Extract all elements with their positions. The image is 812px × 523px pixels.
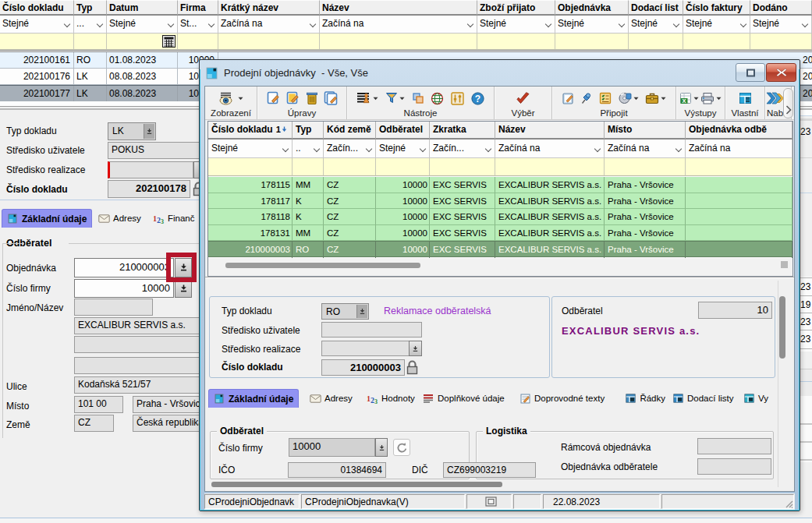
bg-filter-select[interactable]: Stejné — [629, 16, 683, 34]
bg-filter-input[interactable] — [0, 34, 74, 50]
detail-tab[interactable]: Doprovodné texty — [515, 389, 619, 408]
detail-tab[interactable]: Vy — [739, 389, 775, 408]
grid-settings-icon[interactable] — [356, 92, 378, 105]
detail-real-center-field[interactable] — [321, 341, 422, 356]
bg-filter-input[interactable] — [555, 34, 629, 50]
select-check-icon[interactable] — [516, 92, 530, 105]
combo-button[interactable] — [356, 305, 367, 318]
grid-filter-select[interactable]: Začíná na — [605, 140, 686, 158]
combo-button[interactable] — [144, 124, 154, 139]
grid-column-header[interactable]: Kód země — [324, 122, 376, 140]
bg-tab[interactable]: Adresy — [94, 209, 146, 228]
bg-column-header[interactable]: Číslo faktury — [683, 0, 750, 16]
bg-column-header[interactable]: Název — [320, 0, 477, 16]
bg-filter-input[interactable] — [629, 34, 683, 50]
filter-icon[interactable] — [385, 92, 405, 104]
detail-customer-field[interactable]: 10 — [698, 302, 772, 319]
bg-filter-input[interactable] — [74, 34, 107, 50]
grid-filter-input[interactable] — [605, 158, 686, 176]
bg-filter-input[interactable] — [477, 34, 555, 50]
detail-tab[interactable]: Doplňkové údaje — [418, 389, 512, 408]
grid-hscrollbar[interactable] — [208, 258, 792, 276]
refresh-button[interactable] — [393, 439, 410, 456]
bg-column-header[interactable]: Objednávka — [555, 0, 629, 16]
grid-column-header[interactable]: Číslo dokladu1 — [208, 122, 293, 140]
close-button[interactable] — [766, 63, 796, 82]
grid-row[interactable]: 178115 MM CZ 10000 EXC SERVIS EXCALIBUR … — [208, 177, 792, 193]
bg-filter-input[interactable] — [218, 34, 320, 50]
detail-company-number-field[interactable]: 10000 — [289, 438, 375, 457]
dialog-titlebar[interactable]: Prodejní objednávky - Vše, Vše — [200, 60, 800, 86]
grid-column-header[interactable]: Typ — [293, 122, 324, 140]
bg-filter-select[interactable]: Začíná na — [218, 16, 320, 34]
detail-tab[interactable]: Dodací listy — [668, 389, 736, 408]
grid-row[interactable]: 178118 K CZ 10000 EXC SERVIS EXCALIBUR S… — [208, 209, 792, 225]
grid-filter-select[interactable]: Stejné — [208, 140, 293, 158]
detail-vscrollbar-thumb[interactable] — [779, 296, 785, 359]
grid-filter-input[interactable] — [430, 158, 495, 176]
detail-tab[interactable]: 123Hodnoty — [362, 389, 415, 408]
detail-tab[interactable]: Adresy — [305, 389, 360, 408]
bg-filter-select[interactable]: Stejné — [107, 16, 178, 34]
help-icon[interactable]: ? — [471, 92, 484, 105]
doc-type-combo[interactable]: LK — [108, 122, 156, 140]
user-center-field[interactable]: POKUS — [108, 142, 202, 159]
bg-filter-select[interactable]: Stejné — [477, 16, 555, 34]
bg-filter-input[interactable] — [178, 34, 218, 50]
bg-column-header[interactable]: Datum — [107, 0, 178, 16]
bg-filter-select[interactable]: Stejné — [683, 16, 750, 34]
grid-filter-select[interactable]: Začíná na — [495, 140, 605, 158]
company-number-input[interactable]: 10000 — [74, 279, 174, 298]
bg-filter-select[interactable]: Stejné — [750, 16, 812, 34]
web-globe-icon[interactable] — [431, 92, 444, 105]
bg-tab[interactable]: Základní údaje — [2, 209, 92, 228]
new-record-icon[interactable] — [266, 91, 280, 105]
bg-column-header[interactable]: Číslo dokladu — [0, 0, 74, 16]
bg-column-header[interactable]: Zboží přijato — [477, 0, 555, 16]
grid-column-header[interactable]: Název — [495, 122, 605, 140]
detail-vscrollbar[interactable] — [778, 281, 785, 487]
pick-button[interactable] — [375, 438, 388, 457]
tasks-icon[interactable] — [599, 92, 612, 104]
bg-filter-input[interactable] — [683, 34, 750, 50]
panel-settings-icon[interactable] — [451, 92, 464, 105]
bg-filter-input[interactable] — [107, 34, 178, 50]
grid-filter-select[interactable]: .. — [293, 140, 324, 158]
frame-order-field[interactable] — [697, 438, 771, 454]
edit-record-icon[interactable] — [285, 91, 300, 105]
bg-tab[interactable]: 123Finanč — [148, 209, 201, 228]
order-number-input[interactable]: 210000003 — [74, 258, 174, 277]
custom-table-icon[interactable] — [739, 92, 752, 104]
bg-filter-select[interactable]: Začíná na — [320, 16, 477, 34]
grid-filter-select[interactable]: Stejné — [376, 140, 430, 158]
bg-filter-select[interactable]: ... — [74, 16, 107, 34]
print-icon[interactable] — [700, 92, 722, 104]
bg-column-header[interactable]: Krátký název — [218, 0, 320, 16]
detail-hscrollbar[interactable] — [207, 480, 777, 490]
briefcase-icon[interactable] — [645, 92, 666, 104]
grid-column-header[interactable]: Místo — [605, 122, 686, 140]
pin-icon[interactable] — [580, 92, 592, 105]
grid-filter-input[interactable] — [376, 158, 430, 176]
detail-doc-type-combo[interactable]: RO — [321, 303, 369, 320]
grid-column-header[interactable]: Objednávka odbě — [686, 122, 792, 140]
grid-row[interactable]: 178117 K CZ 10000 EXC SERVIS EXCALIBUR S… — [208, 193, 792, 210]
detail-tab[interactable]: Základní údaje — [208, 389, 299, 408]
grid-filter-input[interactable] — [324, 158, 376, 176]
bg-filter-select[interactable]: St... — [178, 16, 218, 34]
media-disc-icon[interactable] — [619, 92, 639, 104]
grid-hscrollbar-thumb[interactable] — [225, 263, 420, 268]
grid-filter-input[interactable] — [208, 158, 293, 176]
bg-filter-input[interactable] — [320, 34, 477, 50]
detail-user-center-field[interactable] — [321, 322, 422, 337]
toolbar-overflow-button[interactable] — [783, 88, 793, 118]
grid-column-header[interactable]: Zkratka — [430, 122, 495, 140]
real-center-field[interactable] — [108, 161, 193, 178]
bg-column-header[interactable]: Dodací list — [629, 0, 683, 16]
calendar-button[interactable] — [162, 35, 176, 50]
detail-hscrollbar-thumb[interactable] — [211, 482, 502, 487]
grid-filter-input[interactable] — [495, 158, 605, 176]
grid-filter-select[interactable]: Začín... — [430, 140, 495, 158]
detail-tab[interactable]: Řádky — [621, 389, 665, 408]
view-eye-icon[interactable] — [219, 92, 243, 105]
